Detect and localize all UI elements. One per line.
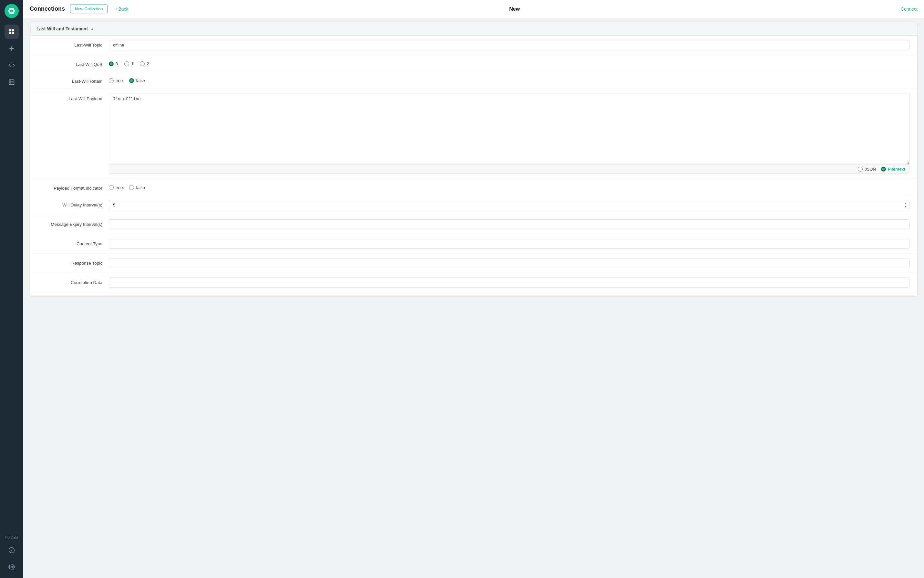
response-topic-label: Response Topic <box>38 258 109 266</box>
sidebar-item-connections[interactable] <box>5 24 19 39</box>
top-spacer <box>23 18 924 22</box>
svg-point-11 <box>11 567 13 568</box>
correlation-data-row: Correlation Data <box>30 273 917 292</box>
will-delay-input[interactable] <box>109 200 909 210</box>
will-delay-spinners: ▲ ▼ <box>903 200 909 210</box>
format-option-plaintext[interactable]: Plaintext <box>881 167 905 172</box>
app-logo[interactable] <box>5 4 19 18</box>
qos-option-2[interactable]: 2 <box>140 62 149 66</box>
add-icon <box>8 45 15 52</box>
last-will-payload-label: Last-Will Payload <box>38 93 109 101</box>
retain-radio-group: true false <box>109 76 909 83</box>
sidebar-item-code[interactable] <box>5 58 19 72</box>
last-will-payload-control: I'm offline JSON Plaintext <box>109 93 909 174</box>
retain-label-false: false <box>136 78 145 83</box>
svg-rect-2 <box>10 32 11 34</box>
response-topic-row: Response Topic <box>30 253 917 273</box>
main-area: Connections New Collection ‹ Back New Co… <box>23 0 924 578</box>
content-area: Last Will and Testament ▲ Last-Will Topi… <box>23 18 924 578</box>
sidebar: No Data <box>0 0 23 578</box>
retain-option-true[interactable]: true <box>109 78 123 83</box>
content-type-label: Content Type <box>38 239 109 246</box>
info-icon <box>8 547 15 554</box>
sidebar-item-data[interactable] <box>5 75 19 89</box>
pfi-option-false[interactable]: false <box>129 185 145 190</box>
message-expiry-input[interactable] <box>109 219 909 229</box>
last-will-qos-label: Last-Will QoS <box>38 60 109 67</box>
format-radio-json[interactable] <box>858 167 863 172</box>
page-header-title: Connections <box>30 5 65 12</box>
sidebar-item-settings[interactable] <box>5 560 19 574</box>
back-button[interactable]: ‹ Back <box>116 6 128 11</box>
sidebar-item-info[interactable] <box>5 543 19 557</box>
back-chevron: ‹ <box>116 6 117 11</box>
message-expiry-label: Message Expiry Interval(s) <box>38 219 109 227</box>
qos-label-2: 2 <box>147 62 149 66</box>
section-body: Last-Will Topic offline Last-Will QoS 0 <box>30 36 918 297</box>
format-label-plaintext: Plaintext <box>888 167 905 172</box>
response-topic-control <box>109 258 909 268</box>
settings-icon <box>8 564 15 570</box>
will-delay-row: Will Delay Interval(s) ▲ ▼ <box>30 195 917 215</box>
last-will-qos-control: 0 1 2 <box>109 60 909 66</box>
code-icon <box>8 62 15 68</box>
retain-radio-false[interactable] <box>129 78 134 83</box>
message-expiry-row: Message Expiry Interval(s) <box>30 215 917 234</box>
back-label: Back <box>118 6 128 11</box>
qos-radio-2[interactable] <box>140 62 145 66</box>
format-option-json[interactable]: JSON <box>858 167 876 172</box>
qos-radio-0[interactable] <box>109 62 114 66</box>
last-will-retain-label: Last-Will Retain <box>38 76 109 84</box>
connections-icon <box>8 28 15 35</box>
payload-textarea-wrap: I'm offline JSON Plaintext <box>109 93 909 174</box>
section-title: Last Will and Testament <box>37 26 88 31</box>
last-will-topic-input[interactable]: offline <box>109 40 909 50</box>
new-collection-button[interactable]: New Collection <box>70 5 108 13</box>
format-radio-plaintext[interactable] <box>881 167 886 172</box>
retain-radio-true[interactable] <box>109 78 114 83</box>
last-will-payload-row: Last-Will Payload I'm offline JSON Plain… <box>30 89 917 179</box>
last-will-retain-row: Last-Will Retain true false <box>30 72 917 89</box>
retain-option-false[interactable]: false <box>129 78 145 83</box>
payload-format-indicator-label: Payload Format Indicator <box>38 183 109 191</box>
qos-label-0: 0 <box>116 62 118 66</box>
qos-option-1[interactable]: 1 <box>124 62 133 66</box>
pfi-radio-false[interactable] <box>129 185 134 190</box>
pfi-label-false: false <box>136 185 145 190</box>
pfi-radio-group: true false <box>109 183 909 190</box>
pfi-option-true[interactable]: true <box>109 185 123 190</box>
qos-radio-group: 0 1 2 <box>109 60 909 66</box>
will-delay-decrement[interactable]: ▼ <box>903 205 909 209</box>
last-will-topic-row: Last-Will Topic offline <box>30 36 917 55</box>
payload-toolbar: JSON Plaintext <box>109 164 909 174</box>
payload-textarea[interactable]: I'm offline <box>109 93 909 164</box>
svg-rect-4 <box>10 80 14 84</box>
svg-rect-3 <box>12 32 14 34</box>
page-title: New <box>134 6 896 12</box>
qos-radio-1[interactable] <box>124 62 129 66</box>
qos-option-0[interactable]: 0 <box>109 62 118 66</box>
last-will-qos-row: Last-Will QoS 0 1 2 <box>30 55 917 72</box>
sidebar-item-add[interactable] <box>5 41 19 55</box>
logo-icon <box>7 7 16 15</box>
svg-rect-1 <box>12 29 14 32</box>
last-will-retain-control: true false <box>109 76 909 83</box>
section-header[interactable]: Last Will and Testament ▲ <box>30 22 918 36</box>
qos-label-1: 1 <box>131 62 133 66</box>
will-delay-input-wrap: ▲ ▼ <box>109 200 909 210</box>
content-type-row: Content Type <box>30 234 917 253</box>
content-type-input[interactable] <box>109 239 909 249</box>
correlation-data-control <box>109 278 909 287</box>
correlation-data-label: Correlation Data <box>38 278 109 285</box>
section-chevron: ▲ <box>91 27 94 31</box>
will-delay-increment[interactable]: ▲ <box>903 201 909 205</box>
svg-rect-0 <box>10 29 11 32</box>
response-topic-input[interactable] <box>109 258 909 268</box>
will-delay-control: ▲ ▼ <box>109 200 909 210</box>
correlation-data-input[interactable] <box>109 278 909 287</box>
connect-button[interactable]: Connect <box>901 6 918 11</box>
no-data-label: No Data <box>5 534 18 541</box>
retain-label-true: true <box>116 78 123 83</box>
pfi-radio-true[interactable] <box>109 185 114 190</box>
message-expiry-control <box>109 219 909 229</box>
